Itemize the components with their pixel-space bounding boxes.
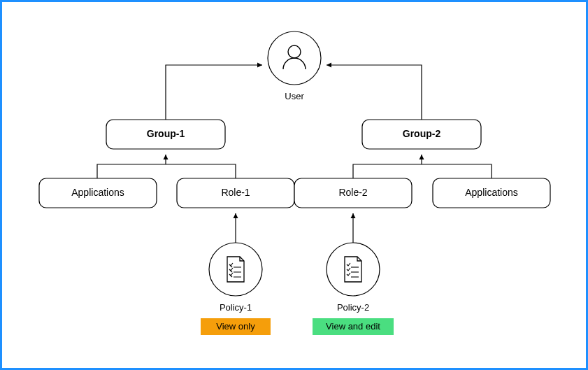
arrow-group2-to-user: [327, 65, 422, 120]
policy2-badge-label: View and edit: [326, 321, 380, 332]
policy2-label: Policy-2: [337, 302, 369, 313]
svg-point-8: [209, 243, 262, 296]
user-node: User: [268, 31, 321, 101]
role1-node: Role-1: [177, 178, 294, 208]
group2-label: Group-2: [403, 128, 441, 139]
group1-node: Group-1: [106, 120, 225, 149]
arrow-group1-to-user: [166, 65, 262, 120]
role2-label: Role-2: [338, 187, 367, 198]
group1-label: Group-1: [147, 128, 185, 139]
applications-left-label: Applications: [71, 187, 124, 198]
svg-point-9: [327, 243, 380, 296]
role2-node: Role-2: [294, 178, 412, 208]
diagram-frame: User Group-1 Group-2 Applications Role-1…: [0, 0, 588, 370]
applications-left-node: Applications: [39, 178, 157, 208]
applications-right-node: Applications: [433, 178, 550, 208]
user-label: User: [285, 91, 304, 101]
branch-group2-children: [353, 164, 492, 178]
policy1-node: Policy-1 View only: [201, 243, 271, 335]
group2-node: Group-2: [362, 120, 481, 149]
branch-group1-children: [97, 164, 236, 178]
policy1-label: Policy-1: [220, 302, 252, 313]
applications-right-label: Applications: [465, 187, 518, 198]
policy2-node: Policy-2 View and edit: [313, 243, 394, 335]
policy1-badge-label: View only: [216, 321, 255, 332]
role1-label: Role-1: [221, 187, 250, 198]
